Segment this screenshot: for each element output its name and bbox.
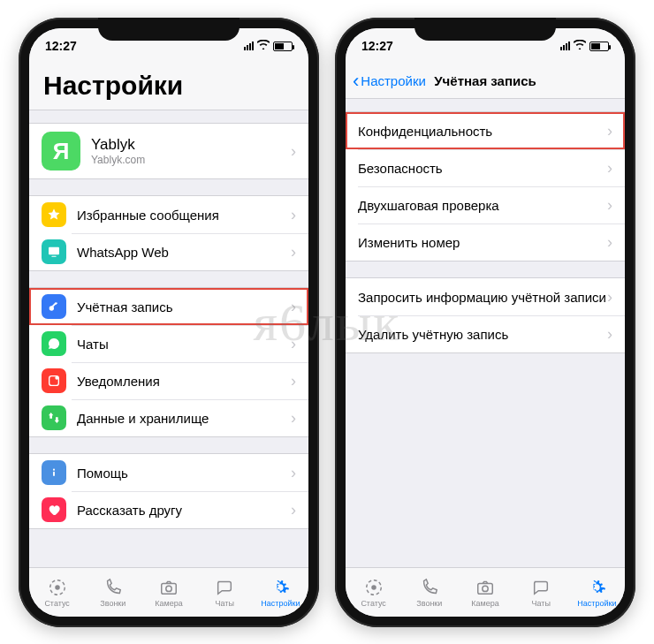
- desktop-icon: [42, 239, 66, 264]
- row-chats[interactable]: Чаты ›: [29, 325, 308, 362]
- svg-point-14: [371, 585, 376, 590]
- row-label: Избранные сообщения: [77, 208, 291, 223]
- signal-icon: [560, 42, 570, 50]
- status-indicators: [560, 40, 609, 52]
- chevron-right-icon: ›: [607, 288, 612, 307]
- svg-point-16: [483, 586, 488, 591]
- row-delete-account[interactable]: Удалить учётную запись ›: [346, 315, 625, 352]
- tab-calls[interactable]: Звонки: [401, 568, 457, 617]
- tab-camera[interactable]: Камера: [141, 568, 196, 617]
- tab-label: Статус: [44, 599, 69, 608]
- row-notifications[interactable]: Уведомления ›: [29, 362, 308, 399]
- row-help[interactable]: Помощь ›: [29, 454, 308, 491]
- tab-label: Камера: [471, 599, 498, 608]
- battery-icon: [273, 42, 293, 51]
- row-label: Данные и хранилище: [77, 411, 291, 426]
- row-security[interactable]: Безопасность ›: [346, 149, 625, 186]
- tab-settings[interactable]: Настройки: [253, 568, 308, 617]
- avatar: Я: [42, 132, 80, 170]
- profile-row[interactable]: Я Yablyk Yablyk.com ›: [29, 124, 308, 178]
- row-label: Уведомления: [77, 374, 291, 389]
- chevron-right-icon: ›: [607, 196, 612, 215]
- row-label: Удалить учётную запись: [358, 327, 607, 342]
- row-account[interactable]: Учётная запись ›: [29, 288, 308, 325]
- chevron-right-icon: ›: [291, 206, 296, 224]
- status-time: 12:27: [45, 39, 77, 53]
- chevron-right-icon: ›: [607, 233, 612, 252]
- back-label: Настройки: [361, 73, 426, 88]
- chevron-right-icon: ›: [607, 159, 612, 178]
- tab-calls[interactable]: Звонки: [85, 568, 141, 617]
- chevron-right-icon: ›: [291, 298, 296, 316]
- row-label: Учётная запись: [77, 299, 291, 314]
- chevron-right-icon: ›: [291, 464, 296, 482]
- account-list[interactable]: Конфиденциальность › Безопасность › Двух…: [346, 99, 625, 567]
- chevron-right-icon: ›: [291, 501, 296, 519]
- row-whatsapp-web[interactable]: WhatsApp Web ›: [29, 233, 308, 270]
- row-request-info[interactable]: Запросить информацию учётной записи ›: [346, 278, 625, 315]
- chevron-right-icon: ›: [291, 409, 296, 428]
- tab-bar: Статус Звонки Камера Чаты Настройки: [29, 567, 308, 617]
- tab-label: Чаты: [532, 599, 551, 608]
- chevron-right-icon: ›: [291, 243, 296, 261]
- tab-camera[interactable]: Камера: [457, 568, 513, 617]
- row-label: Рассказать другу: [77, 503, 291, 518]
- chevron-right-icon: ›: [291, 335, 296, 353]
- svg-rect-1: [51, 256, 56, 257]
- row-label: Конфиденциальность: [358, 124, 607, 139]
- nav-title: Учётная запись: [434, 73, 536, 88]
- row-data-storage[interactable]: Данные и хранилище ›: [29, 399, 308, 436]
- settings-list[interactable]: Я Yablyk Yablyk.com › Избранные сообщени: [29, 110, 308, 567]
- data-icon: [42, 405, 66, 430]
- heart-icon: [42, 497, 66, 522]
- notch: [414, 18, 556, 41]
- row-tell-friend[interactable]: Рассказать другу ›: [29, 491, 308, 528]
- tab-label: Настройки: [577, 599, 616, 608]
- svg-rect-11: [162, 583, 177, 594]
- svg-rect-8: [53, 472, 55, 476]
- row-label: Двухшаговая проверка: [358, 198, 607, 213]
- notification-icon: [42, 368, 66, 393]
- row-label: Безопасность: [358, 161, 607, 176]
- back-button[interactable]: ‹ Настройки: [353, 64, 426, 98]
- tab-chats[interactable]: Чаты: [197, 568, 253, 617]
- row-change-number[interactable]: Изменить номер ›: [346, 224, 625, 261]
- info-icon: [42, 460, 66, 485]
- signal-icon: [244, 42, 254, 50]
- row-label: Изменить номер: [358, 235, 607, 250]
- tab-bar: Статус Звонки Камера Чаты Настройки: [346, 567, 625, 617]
- tab-label: Настройки: [261, 599, 300, 608]
- row-starred-messages[interactable]: Избранные сообщения ›: [29, 196, 308, 233]
- svg-rect-15: [478, 583, 493, 594]
- chevron-left-icon: ‹: [353, 72, 359, 91]
- tab-chats[interactable]: Чаты: [513, 568, 569, 617]
- tab-label: Статус: [361, 599, 385, 608]
- chevron-right-icon: ›: [291, 372, 296, 390]
- tab-status[interactable]: Статус: [346, 568, 401, 617]
- tab-label: Звонки: [416, 599, 442, 608]
- svg-point-12: [166, 586, 171, 591]
- tab-label: Чаты: [216, 599, 234, 608]
- page-title: Настройки: [29, 64, 308, 110]
- tab-label: Звонки: [100, 599, 125, 608]
- tab-label: Камера: [155, 599, 182, 608]
- tab-status[interactable]: Статус: [29, 568, 85, 617]
- svg-point-10: [55, 585, 60, 590]
- row-label: Помощь: [77, 466, 291, 481]
- notch: [98, 18, 240, 41]
- phone-left: 12:27 Настройки Я Yablyk Yabl: [19, 18, 319, 627]
- battery-icon: [589, 42, 609, 51]
- status-time: 12:27: [361, 39, 393, 53]
- row-label: Чаты: [77, 337, 291, 352]
- key-icon: [42, 294, 66, 319]
- wifi-icon: [574, 40, 586, 52]
- chevron-right-icon: ›: [607, 325, 612, 344]
- star-icon: [42, 202, 66, 227]
- row-two-step[interactable]: Двухшаговая проверка ›: [346, 186, 625, 224]
- row-label: WhatsApp Web: [77, 245, 291, 260]
- tab-settings[interactable]: Настройки: [569, 568, 625, 617]
- chevron-right-icon: ›: [291, 142, 296, 161]
- svg-point-6: [55, 376, 58, 380]
- row-privacy[interactable]: Конфиденциальность ›: [346, 112, 625, 149]
- status-indicators: [244, 40, 293, 52]
